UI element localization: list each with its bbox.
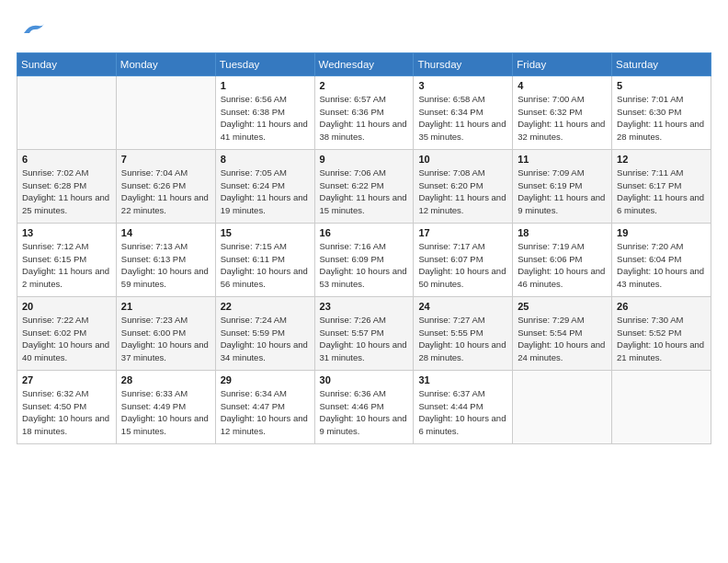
day-info: Sunrise: 6:37 AM Sunset: 4:44 PM Dayligh… <box>418 387 507 438</box>
day-number: 29 <box>221 374 310 385</box>
day-info: Sunrise: 7:15 AM Sunset: 6:11 PM Dayligh… <box>221 240 310 291</box>
calendar-cell: 22Sunrise: 7:24 AM Sunset: 5:59 PM Dayli… <box>215 296 314 370</box>
calendar-cell: 31Sunrise: 6:37 AM Sunset: 4:44 PM Dayli… <box>414 370 513 443</box>
calendar-cell: 20Sunrise: 7:22 AM Sunset: 6:02 PM Dayli… <box>17 296 117 370</box>
day-number: 15 <box>221 227 310 238</box>
calendar-cell: 3Sunrise: 6:58 AM Sunset: 6:34 PM Daylig… <box>414 75 513 149</box>
day-number: 30 <box>320 374 409 385</box>
calendar-cell: 4Sunrise: 7:00 AM Sunset: 6:32 PM Daylig… <box>513 75 612 149</box>
calendar-week-row: 27Sunrise: 6:32 AM Sunset: 4:50 PM Dayli… <box>17 370 711 443</box>
day-info: Sunrise: 7:22 AM Sunset: 6:02 PM Dayligh… <box>22 314 111 364</box>
calendar-cell: 5Sunrise: 7:01 AM Sunset: 6:30 PM Daylig… <box>612 75 711 149</box>
calendar-header-monday: Monday <box>116 52 215 75</box>
day-number: 10 <box>418 154 507 165</box>
day-info: Sunrise: 7:24 AM Sunset: 5:59 PM Dayligh… <box>221 314 310 364</box>
day-info: Sunrise: 6:58 AM Sunset: 6:34 PM Dayligh… <box>418 93 507 144</box>
calendar-week-row: 1Sunrise: 6:56 AM Sunset: 6:38 PM Daylig… <box>17 75 711 149</box>
calendar-cell: 10Sunrise: 7:08 AM Sunset: 6:20 PM Dayli… <box>414 149 513 223</box>
day-info: Sunrise: 6:34 AM Sunset: 4:47 PM Dayligh… <box>221 387 310 438</box>
calendar-week-row: 6Sunrise: 7:02 AM Sunset: 6:28 PM Daylig… <box>17 149 711 223</box>
calendar-header-friday: Friday <box>513 52 612 75</box>
day-info: Sunrise: 6:36 AM Sunset: 4:46 PM Dayligh… <box>320 387 409 438</box>
day-info: Sunrise: 7:13 AM Sunset: 6:13 PM Dayligh… <box>121 240 210 291</box>
day-info: Sunrise: 7:11 AM Sunset: 6:17 PM Dayligh… <box>617 167 706 217</box>
calendar-cell: 17Sunrise: 7:17 AM Sunset: 6:07 PM Dayli… <box>414 223 513 296</box>
day-info: Sunrise: 7:00 AM Sunset: 6:32 PM Dayligh… <box>518 93 607 144</box>
calendar-cell: 26Sunrise: 7:30 AM Sunset: 5:52 PM Dayli… <box>612 296 711 370</box>
day-info: Sunrise: 7:12 AM Sunset: 6:15 PM Dayligh… <box>22 240 111 291</box>
calendar: SundayMondayTuesdayWednesdayThursdayFrid… <box>17 52 711 444</box>
calendar-cell: 18Sunrise: 7:19 AM Sunset: 6:06 PM Dayli… <box>513 223 612 296</box>
day-info: Sunrise: 7:23 AM Sunset: 6:00 PM Dayligh… <box>121 314 210 364</box>
day-number: 13 <box>22 227 111 238</box>
calendar-cell: 15Sunrise: 7:15 AM Sunset: 6:11 PM Dayli… <box>215 223 314 296</box>
day-number: 25 <box>518 301 607 312</box>
day-number: 3 <box>418 80 507 91</box>
logo-bird-icon <box>20 17 46 42</box>
calendar-cell: 16Sunrise: 7:16 AM Sunset: 6:09 PM Dayli… <box>314 223 414 296</box>
day-number: 12 <box>617 154 706 165</box>
day-info: Sunrise: 7:08 AM Sunset: 6:20 PM Dayligh… <box>418 167 507 217</box>
calendar-week-row: 20Sunrise: 7:22 AM Sunset: 6:02 PM Dayli… <box>17 296 711 370</box>
day-info: Sunrise: 7:09 AM Sunset: 6:19 PM Dayligh… <box>518 167 607 217</box>
day-number: 1 <box>221 80 310 91</box>
day-info: Sunrise: 7:04 AM Sunset: 6:26 PM Dayligh… <box>121 167 210 217</box>
calendar-cell: 24Sunrise: 7:27 AM Sunset: 5:55 PM Dayli… <box>414 296 513 370</box>
day-info: Sunrise: 7:02 AM Sunset: 6:28 PM Dayligh… <box>22 167 111 217</box>
day-number: 2 <box>320 80 409 91</box>
calendar-cell: 23Sunrise: 7:26 AM Sunset: 5:57 PM Dayli… <box>314 296 414 370</box>
header <box>17 17 711 43</box>
day-number: 7 <box>121 154 210 165</box>
calendar-header-saturday: Saturday <box>612 52 711 75</box>
calendar-header-thursday: Thursday <box>414 52 513 75</box>
calendar-header-tuesday: Tuesday <box>215 52 314 75</box>
calendar-cell <box>612 370 711 443</box>
calendar-cell: 9Sunrise: 7:06 AM Sunset: 6:22 PM Daylig… <box>314 149 414 223</box>
day-number: 16 <box>320 227 409 238</box>
day-number: 4 <box>518 80 607 91</box>
logo-text <box>17 17 46 47</box>
day-number: 28 <box>121 374 210 385</box>
calendar-cell: 6Sunrise: 7:02 AM Sunset: 6:28 PM Daylig… <box>17 149 117 223</box>
page: SundayMondayTuesdayWednesdayThursdayFrid… <box>0 0 728 563</box>
day-number: 18 <box>518 227 607 238</box>
calendar-cell: 13Sunrise: 7:12 AM Sunset: 6:15 PM Dayli… <box>17 223 117 296</box>
calendar-cell: 8Sunrise: 7:05 AM Sunset: 6:24 PM Daylig… <box>215 149 314 223</box>
day-number: 14 <box>121 227 210 238</box>
day-info: Sunrise: 7:06 AM Sunset: 6:22 PM Dayligh… <box>320 167 409 217</box>
calendar-header-wednesday: Wednesday <box>314 52 414 75</box>
day-number: 20 <box>22 301 111 312</box>
day-info: Sunrise: 7:26 AM Sunset: 5:57 PM Dayligh… <box>320 314 409 364</box>
calendar-header-row: SundayMondayTuesdayWednesdayThursdayFrid… <box>17 52 711 75</box>
calendar-cell: 27Sunrise: 6:32 AM Sunset: 4:50 PM Dayli… <box>17 370 117 443</box>
calendar-cell: 25Sunrise: 7:29 AM Sunset: 5:54 PM Dayli… <box>513 296 612 370</box>
logo <box>17 17 46 43</box>
calendar-cell: 28Sunrise: 6:33 AM Sunset: 4:49 PM Dayli… <box>116 370 215 443</box>
calendar-cell: 30Sunrise: 6:36 AM Sunset: 4:46 PM Dayli… <box>314 370 414 443</box>
day-number: 8 <box>221 154 310 165</box>
calendar-cell: 12Sunrise: 7:11 AM Sunset: 6:17 PM Dayli… <box>612 149 711 223</box>
day-info: Sunrise: 7:30 AM Sunset: 5:52 PM Dayligh… <box>617 314 706 364</box>
calendar-cell: 14Sunrise: 7:13 AM Sunset: 6:13 PM Dayli… <box>116 223 215 296</box>
day-number: 6 <box>22 154 111 165</box>
calendar-cell: 19Sunrise: 7:20 AM Sunset: 6:04 PM Dayli… <box>612 223 711 296</box>
day-info: Sunrise: 7:20 AM Sunset: 6:04 PM Dayligh… <box>617 240 706 291</box>
day-info: Sunrise: 7:05 AM Sunset: 6:24 PM Dayligh… <box>221 167 310 217</box>
calendar-cell <box>513 370 612 443</box>
day-info: Sunrise: 7:17 AM Sunset: 6:07 PM Dayligh… <box>418 240 507 291</box>
calendar-cell: 11Sunrise: 7:09 AM Sunset: 6:19 PM Dayli… <box>513 149 612 223</box>
day-number: 31 <box>418 374 507 385</box>
day-info: Sunrise: 7:16 AM Sunset: 6:09 PM Dayligh… <box>320 240 409 291</box>
day-number: 23 <box>320 301 409 312</box>
day-number: 19 <box>617 227 706 238</box>
day-info: Sunrise: 6:57 AM Sunset: 6:36 PM Dayligh… <box>320 93 409 144</box>
day-info: Sunrise: 7:19 AM Sunset: 6:06 PM Dayligh… <box>518 240 607 291</box>
calendar-header-sunday: Sunday <box>17 52 117 75</box>
day-number: 27 <box>22 374 111 385</box>
day-info: Sunrise: 7:29 AM Sunset: 5:54 PM Dayligh… <box>518 314 607 364</box>
day-info: Sunrise: 6:32 AM Sunset: 4:50 PM Dayligh… <box>22 387 111 438</box>
day-info: Sunrise: 6:33 AM Sunset: 4:49 PM Dayligh… <box>121 387 210 438</box>
calendar-cell <box>116 75 215 149</box>
calendar-cell: 2Sunrise: 6:57 AM Sunset: 6:36 PM Daylig… <box>314 75 414 149</box>
day-number: 9 <box>320 154 409 165</box>
